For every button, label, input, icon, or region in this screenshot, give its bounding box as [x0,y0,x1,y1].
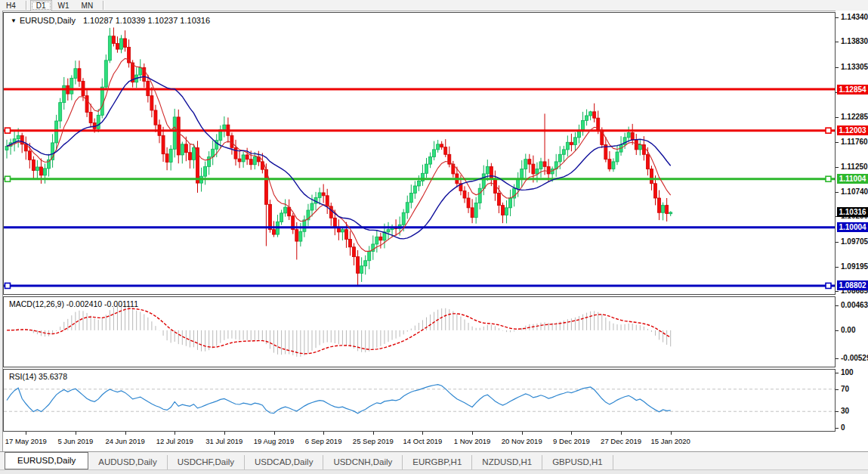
price-chip-1.11004: 1.11004 [837,174,868,184]
macd-axis-tick [836,358,839,359]
rsi-axis-tick [836,411,839,412]
hline-left-handle[interactable] [5,176,11,181]
date-axis-tick [373,432,374,435]
date-axis-tick [323,432,324,435]
price-axis-tick [836,142,839,143]
price-axis-label: 1.09705 [841,237,868,246]
tab-audusd-daily[interactable]: AUDUSD,Daily [88,455,167,469]
price-axis-label: 1.13305 [841,63,868,72]
macd-axis-label: 0.00 [841,326,855,335]
price-axis-label: 1.11250 [841,163,868,172]
date-axis-tick [472,432,473,435]
date-axis-label: 20 Nov 2019 [502,437,542,445]
price-axis-tick [836,67,839,68]
sma20-line [7,76,671,239]
chart-title: ▼EURUSD,Daily1.10287 1.10339 1.10237 1.1… [11,16,210,25]
price-axis-tick [836,42,839,42]
price-axis-tick [836,291,839,292]
date-axis-tick [571,432,572,435]
tab-nzdusd-h1[interactable]: NZDUSD,H1 [472,455,542,469]
mt4-terminal-window: H4D1W1MN ▼EURUSD,Daily1.10287 1.10339 1.… [0,0,868,474]
price-axis-tick [836,167,839,168]
date-axis-label: 9 Dec 2019 [553,437,590,445]
macd-label: MACD(12,26,9) -0.002410 -0.001111 [9,299,138,308]
toolbar-button-mn[interactable]: MN [76,0,100,11]
hline-right-handle[interactable] [826,176,831,181]
hline-right-handle[interactable] [826,128,831,133]
chart-symbol-label: EURUSD,Daily [20,16,76,25]
date-axis-label: 14 Oct 2019 [403,437,443,445]
window-bottom-border [0,469,868,474]
toolbar-button-h4[interactable]: H4 [0,0,22,11]
date-axis-label: 5 Jun 2019 [57,437,93,445]
price-axis-tick [836,242,839,243]
price-chip-1.10004: 1.10004 [837,222,868,232]
date-axis-label: 27 Dec 2019 [601,437,641,445]
hline-1.08802[interactable] [4,283,835,288]
tab-eurusd-daily[interactable]: EURUSD,Daily [5,452,88,469]
horizontal-line-objects[interactable] [4,89,835,288]
date-axis-tick [26,432,26,435]
price-axis-label: 1.14340 [841,13,868,22]
rsi-indicator-panel: RSI(14) 35.6378 [3,369,836,432]
price-axis-tick [836,267,839,268]
date-axis-tick [671,432,672,435]
date-axis-tick [422,432,423,435]
macd-indicator-panel: MACD(12,26,9) -0.002410 -0.001111 [3,296,836,367]
rsi-canvas[interactable] [4,370,835,431]
price-axis-tick [836,117,839,118]
date-axis-tick [224,432,225,435]
toolbar-button-w1[interactable]: W1 [52,0,76,11]
date-axis-tick [125,432,126,435]
macd-axis-label: -0.00529 [841,354,868,363]
tab-usdchf-daily[interactable]: USDCHF,Daily [168,455,245,469]
hline-1.12003[interactable] [4,128,835,133]
tab-eurgbp-h1[interactable]: EURGBP,H1 [403,455,472,469]
date-axis: 17 May 20195 Jun 201924 Jun 201912 Jul 2… [3,432,836,451]
price-chip-1.12854: 1.12854 [837,85,868,94]
symbol-dropdown-icon[interactable]: ▼ [11,17,17,24]
current-price-chip: 1.10316 [837,207,868,217]
toolbar-button-d1[interactable]: D1 [30,0,52,11]
macd-axis-label: 0.00463 [841,301,868,310]
rsi-axis-label: 70 [841,385,849,394]
date-axis-label: 15 Jan 2020 [651,437,690,445]
tab-gbpusd-h1[interactable]: GBPUSD,H1 [542,455,613,469]
rsi-axis-label: 30 [841,407,849,416]
date-axis-tick [522,432,523,435]
date-axis-label: 24 Jun 2019 [105,437,144,445]
date-axis-label: 31 Jul 2019 [205,437,242,445]
macd-axis-tick [836,330,839,331]
tab-usdcnh-daily[interactable]: USDCNH,Daily [323,455,403,469]
rsi-axis-label: 0 [841,423,845,432]
date-axis-tick [175,432,175,435]
price-axis-label: 1.11760 [841,138,868,147]
price-axis-label: 1.09195 [841,262,868,271]
rsi-axis-tick [836,373,839,373]
tab-usdcad-daily[interactable]: USDCAD,Daily [245,455,323,469]
hline-right-handle[interactable] [826,283,831,288]
macd-axis-tick [836,305,839,306]
date-axis-label: 12 Jul 2019 [156,437,193,445]
date-axis-tick [621,432,622,435]
rsi-axis-tick [836,389,839,390]
price-axis-label: 1.10740 [841,187,868,197]
price-axis-tick [836,192,839,193]
price-chip-1.12003: 1.12003 [837,125,868,135]
price-axis-label: 1.12285 [841,113,868,122]
date-axis-label: 19 Aug 2019 [254,437,294,445]
rsi-axis-tick [836,428,839,429]
price-axis: 1.143401.138301.133051.127951.122851.117… [836,11,868,451]
hline-left-handle[interactable] [5,128,11,133]
toolbar-separator [103,1,103,10]
candlestick-chart-canvas[interactable] [4,13,835,294]
rsi-label: RSI(14) 35.6378 [9,372,67,381]
hline-left-handle[interactable] [5,283,11,288]
date-axis-label: 6 Sep 2019 [305,437,342,445]
date-axis-tick [76,432,76,435]
date-axis-label: 25 Sep 2019 [353,437,394,445]
price-chip-1.08802: 1.08802 [837,280,868,290]
timeframe-toolbar: H4D1W1MN [0,0,868,11]
chart-ohlc-values: 1.10287 1.10339 1.10237 1.10316 [83,16,210,25]
rsi-axis-label: 100 [841,368,854,377]
